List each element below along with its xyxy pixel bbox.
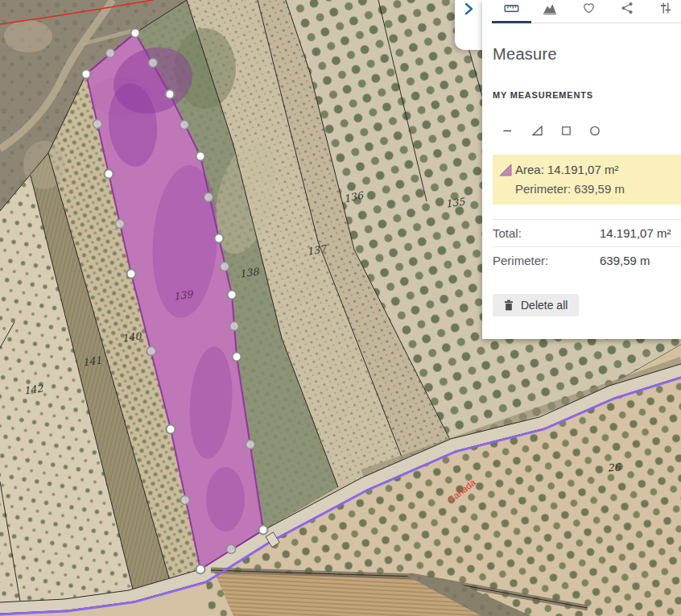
polygon-vertex-handle[interactable]: [215, 234, 224, 243]
share-icon: [621, 2, 634, 14]
chevron-right-icon: [463, 2, 474, 15]
polygon-midpoint-handle[interactable]: [149, 59, 158, 68]
perimeter-row: Perimeter: 639,59 m: [493, 246, 681, 274]
measurement-result-item[interactable]: Area: 14.191,07 m² Perimeter: 639,59 m: [493, 155, 681, 205]
area-chart-icon: [543, 2, 557, 15]
polygon-shade: [206, 467, 245, 531]
polygon-midpoint-handle[interactable]: [221, 263, 229, 271]
sliders-icon: [659, 2, 672, 14]
draw-tools: [495, 121, 608, 140]
app-window: 13513613713813914014114226Cañada: [0, 0, 681, 616]
total-value: 14.191,07 m²: [600, 226, 671, 240]
polygon-vertex-handle[interactable]: [228, 291, 237, 300]
polygon-vertex-handle[interactable]: [166, 90, 175, 99]
parcel-label: 26: [607, 461, 621, 473]
delete-all-label: Delete all: [521, 299, 568, 312]
line-tool-button[interactable]: [495, 121, 521, 140]
polygon-midpoint-handle[interactable]: [204, 193, 213, 202]
polygon-midpoint-handle[interactable]: [246, 440, 255, 449]
tab-favorites[interactable]: [569, 0, 608, 23]
rectangle-tool-button[interactable]: [553, 121, 579, 140]
polygon-midpoint-handle[interactable]: [106, 49, 115, 58]
area-triangle-icon: [499, 163, 512, 176]
collapse-panel-button[interactable]: [455, 0, 482, 50]
polygon-midpoint-handle[interactable]: [93, 120, 102, 129]
line-tool-icon: [501, 124, 514, 137]
polygon-vertex-handle[interactable]: [127, 270, 136, 279]
polygon-midpoint-handle[interactable]: [230, 322, 239, 331]
measure-panel: Measure MY MEASUREMENTS: [482, 0, 681, 339]
tab-elevation[interactable]: [530, 0, 569, 23]
delete-all-button[interactable]: Delete all: [493, 294, 579, 316]
rectangle-tool-icon: [560, 124, 572, 137]
section-title: MY MEASUREMENTS: [493, 90, 593, 100]
trash-icon: [504, 300, 514, 311]
polygon-midpoint-handle[interactable]: [181, 496, 190, 505]
tab-share[interactable]: [608, 0, 646, 23]
active-tab-underline: [492, 21, 531, 23]
polygon-vertex-handle[interactable]: [233, 353, 241, 362]
polygon-vertex-handle[interactable]: [196, 152, 205, 161]
heart-icon: [582, 2, 596, 14]
polygon-midpoint-handle[interactable]: [180, 121, 189, 130]
polygon-vertex-handle[interactable]: [259, 526, 268, 535]
page-title: Measure: [493, 45, 557, 64]
circle-tool-icon: [588, 124, 601, 137]
polygon-vertex-handle[interactable]: [82, 70, 91, 79]
measurement-area-text: Area: 14.191,07 m²: [515, 163, 618, 176]
circle-tool-button[interactable]: [582, 121, 608, 140]
total-label: Total:: [493, 226, 600, 240]
tab-measure[interactable]: [492, 0, 530, 23]
perimeter-value: 639,59 m: [600, 254, 650, 267]
perimeter-label: Perimeter:: [493, 254, 600, 267]
total-row: Total: 14.191,07 m²: [493, 219, 681, 246]
polygon-tool-icon: [530, 124, 544, 137]
polygon-midpoint-handle[interactable]: [227, 545, 236, 554]
polygon-vertex-handle[interactable]: [196, 565, 205, 574]
measurement-perimeter-text: Perimeter: 639,59 m: [515, 182, 625, 196]
tab-settings[interactable]: [646, 0, 681, 23]
polygon-vertex-handle[interactable]: [131, 29, 140, 38]
polygon-tool-button[interactable]: [524, 121, 550, 140]
polygon-vertex-handle[interactable]: [167, 425, 175, 434]
polygon-midpoint-handle[interactable]: [116, 220, 125, 229]
ruler-icon: [504, 2, 519, 15]
polygon-vertex-handle[interactable]: [105, 170, 114, 179]
polygon-midpoint-handle[interactable]: [147, 347, 156, 356]
